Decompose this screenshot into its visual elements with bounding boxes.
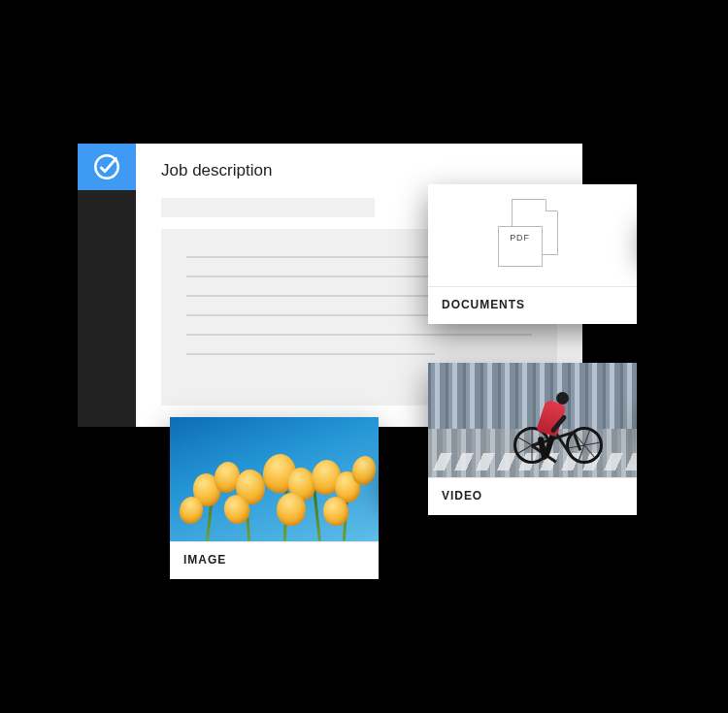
sidebar [78,144,136,427]
text-line [186,334,532,336]
video-label: VIDEO [428,477,637,515]
pdf-file-icon: PDF [494,197,572,275]
app-logo[interactable] [78,144,136,190]
attachment-card-video[interactable]: VIDEO [428,363,637,515]
page-title: Job description [161,161,557,180]
documents-thumbnail: PDF [428,184,637,286]
documents-label: DOCUMENTS [428,286,637,324]
image-thumbnail [170,417,379,541]
video-thumbnail [428,363,637,477]
attachment-card-documents[interactable]: PDF DOCUMENTS [428,184,637,324]
attachment-card-image[interactable]: IMAGE [170,417,379,579]
text-line [186,353,435,355]
image-label: IMAGE [170,541,379,579]
pdf-badge-text: PDF [510,233,530,243]
title-input-placeholder[interactable] [161,198,375,217]
checkmark-circle-icon [92,152,121,181]
